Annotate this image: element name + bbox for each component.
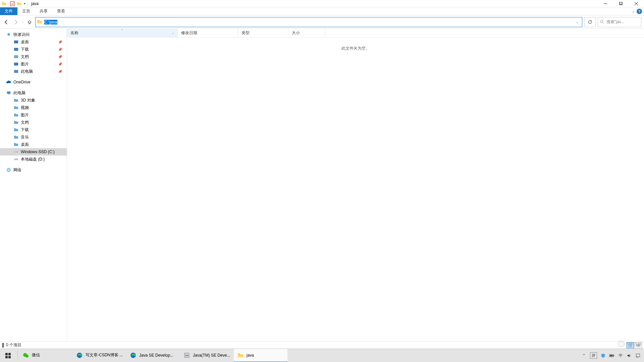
folder-icon — [13, 134, 19, 140]
pin-icon: 📌 — [58, 55, 62, 59]
tray-wifi-icon[interactable] — [618, 353, 623, 358]
taskbar-task[interactable]: Java(TM) SE Deve... — [180, 349, 234, 362]
tray-security-icon[interactable] — [600, 353, 606, 358]
folder-icon — [237, 352, 244, 359]
column-name[interactable]: ⌃ 名称 ⌄ — [67, 29, 178, 37]
maximize-button[interactable] — [613, 0, 629, 7]
window-controls — [598, 0, 644, 7]
svg-rect-10 — [14, 55, 18, 58]
refresh-button[interactable] — [584, 17, 596, 27]
back-button[interactable] — [3, 18, 10, 26]
column-dropdown-icon[interactable]: ⌄ — [172, 32, 174, 35]
taskbar-task[interactable]: Java SE Develop... — [126, 349, 180, 362]
up-button[interactable] — [26, 18, 33, 26]
address-path[interactable]: C:\java — [44, 20, 57, 24]
pin-icon: 📌 — [58, 62, 62, 66]
tab-share[interactable]: 共享 — [35, 7, 52, 15]
sidebar-pc-item[interactable]: 下载 — [0, 126, 67, 133]
tray-battery-icon[interactable] — [609, 353, 614, 358]
taskbar-task[interactable]: java — [234, 349, 287, 362]
svg-line-7 — [603, 22, 604, 23]
svg-rect-29 — [5, 356, 8, 358]
history-dropdown-icon[interactable]: ⌄ — [21, 20, 24, 23]
folder-icon — [13, 120, 19, 125]
minimize-button[interactable] — [598, 0, 613, 7]
empty-folder-text: 此文件夹为空。 — [67, 38, 644, 51]
svg-rect-8 — [14, 41, 18, 44]
properties-icon[interactable] — [10, 1, 15, 6]
svg-rect-0 — [10, 1, 14, 5]
sidebar-quick-access[interactable]: 快速访问 — [0, 31, 67, 38]
column-type[interactable]: 类型 — [238, 29, 288, 37]
folder-icon — [13, 127, 19, 132]
sidebar-pc-item[interactable]: 3D 对象 — [0, 97, 67, 104]
svg-point-32 — [25, 354, 29, 357]
svg-rect-30 — [8, 356, 11, 358]
taskbar-task[interactable]: 微信 — [19, 349, 73, 362]
start-button[interactable] — [0, 349, 16, 362]
sidebar-pc-item[interactable]: 文档 — [0, 119, 67, 126]
status-bar: 0 个项目 — [0, 341, 644, 349]
tab-view[interactable]: 查看 — [52, 7, 70, 15]
tray-chevron-icon[interactable]: ⌃ — [581, 353, 587, 358]
column-date[interactable]: 修改日期 — [178, 29, 238, 37]
tray-notifications-icon[interactable] — [635, 353, 641, 358]
sidebar-quick-item[interactable]: 下载📌 — [0, 46, 67, 53]
new-folder-icon[interactable] — [16, 1, 22, 6]
separator — [28, 1, 28, 6]
svg-rect-3 — [620, 2, 623, 5]
sidebar-pc-item[interactable]: 桌面 — [0, 141, 67, 148]
sidebar-pc-item[interactable]: 图片 — [0, 111, 67, 119]
qat-dropdown-icon[interactable]: ▾ — [23, 2, 26, 5]
folder-icon — [13, 39, 19, 45]
cloud-icon — [6, 79, 11, 85]
folder-icon — [13, 54, 19, 59]
wechat-icon — [22, 352, 29, 359]
sidebar-pc-item[interactable]: 音乐 — [0, 133, 67, 141]
taskbar-task[interactable]: 写文章-CSDN博客 ... — [73, 349, 126, 362]
sidebar-network[interactable]: 网络 — [0, 166, 67, 174]
network-icon — [6, 167, 11, 173]
folder-icon — [13, 98, 19, 103]
svg-point-18 — [17, 159, 18, 160]
tab-home[interactable]: 主页 — [17, 7, 35, 15]
address-bar[interactable]: C:\java ⌄ — [35, 17, 582, 27]
sidebar-quick-item[interactable]: 文档📌 — [0, 53, 67, 60]
tab-file[interactable]: 文件 — [0, 7, 17, 15]
tray-volume-icon[interactable] — [627, 353, 632, 358]
sidebar-quick-item[interactable]: 此电脑📌 — [0, 68, 67, 75]
svg-point-6 — [600, 20, 603, 22]
ime-indicator[interactable]: 拼 — [590, 352, 597, 359]
column-size[interactable]: 大小 — [288, 29, 325, 37]
address-dropdown-icon[interactable]: ⌄ — [574, 20, 581, 24]
column-headers: ⌃ 名称 ⌄ 修改日期 类型 大小 — [67, 29, 644, 38]
taskbar-separator — [17, 351, 18, 360]
sidebar-pc-item[interactable]: 视频 — [0, 104, 67, 111]
sidebar-quick-item[interactable]: 桌面📌 — [0, 38, 67, 46]
svg-rect-14 — [8, 94, 9, 95]
search-box[interactable]: 搜索"jav... — [598, 17, 641, 27]
titlebar: ▾ java — [0, 0, 644, 7]
taskbar: 微信写文章-CSDN博客 ...Java SE Develop...Java(T… — [0, 349, 644, 362]
svg-rect-11 — [14, 63, 18, 66]
separator — [8, 1, 8, 6]
close-button[interactable] — [629, 0, 644, 7]
sidebar-onedrive[interactable]: OneDrive — [0, 78, 67, 86]
svg-rect-2 — [619, 2, 622, 5]
sidebar-pc-item[interactable]: 本地磁盘 (D:) — [0, 156, 67, 163]
search-icon — [600, 20, 604, 24]
folder-icon — [13, 105, 19, 110]
help-icon[interactable]: ? — [637, 9, 642, 14]
navigation-bar: ⌄ C:\java ⌄ 搜索"jav... — [0, 15, 644, 29]
forward-button[interactable] — [12, 18, 19, 26]
svg-rect-39 — [610, 355, 613, 356]
sidebar-this-pc[interactable]: 此电脑 — [0, 89, 67, 97]
svg-rect-27 — [5, 353, 8, 355]
content-pane: ⌃ 名称 ⌄ 修改日期 类型 大小 此文件夹为空。 — [67, 29, 644, 349]
sidebar-quick-item[interactable]: 图片📌 — [0, 60, 67, 68]
watermark-logo-icon — [618, 341, 625, 347]
ribbon-expand-icon[interactable]: ⌄ — [632, 9, 635, 13]
sidebar-pc-item[interactable]: Windows-SSD (C:) — [0, 148, 67, 156]
svg-rect-40 — [636, 354, 640, 357]
watermark: 创新互联 — [618, 341, 642, 347]
